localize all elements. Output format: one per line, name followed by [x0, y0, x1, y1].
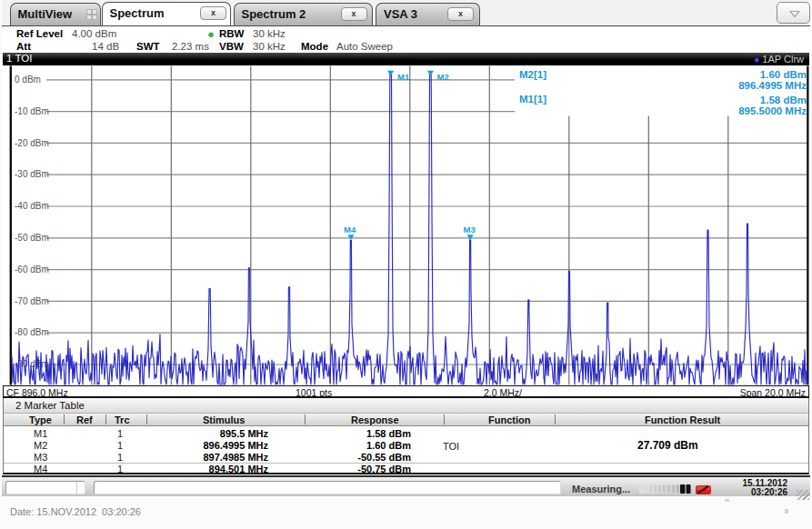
- svg-text:-50 dBm: -50 dBm: [15, 233, 49, 243]
- svg-text:-80 dBm: -80 dBm: [15, 327, 49, 337]
- svg-text:M1: M1: [397, 72, 410, 82]
- svg-text:895.5000 MHz: 895.5000 MHz: [738, 105, 807, 116]
- svg-text:M3: M3: [464, 225, 476, 235]
- svg-text:M2: M2: [437, 72, 449, 82]
- svg-text:M4: M4: [344, 225, 356, 235]
- svg-text:-60 dBm: -60 dBm: [15, 264, 49, 274]
- svg-text:M1[1]: M1[1]: [519, 94, 546, 105]
- svg-text:M2[1]: M2[1]: [519, 69, 546, 80]
- svg-text:0 dBm: 0 dBm: [15, 75, 41, 85]
- svg-text:1.58 dBm: 1.58 dBm: [760, 95, 807, 105]
- svg-text:896.4995 MHz: 896.4995 MHz: [738, 80, 807, 91]
- svg-text:1.60 dBm: 1.60 dBm: [760, 69, 807, 80]
- svg-text:-70 dBm: -70 dBm: [15, 296, 49, 306]
- svg-text:-10 dBm: -10 dBm: [15, 106, 49, 116]
- svg-text:-20 dBm: -20 dBm: [15, 138, 49, 148]
- svg-text:-40 dBm: -40 dBm: [15, 201, 49, 211]
- svg-text:-30 dBm: -30 dBm: [15, 169, 49, 179]
